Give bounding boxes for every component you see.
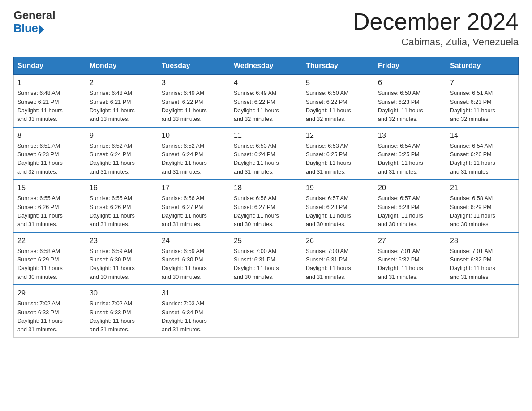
logo-general-text: General <box>13 9 55 22</box>
day-number: 7 <box>450 77 515 88</box>
calendar-cell: 18Sunrise: 6:56 AM Sunset: 6:27 PM Dayli… <box>230 180 302 232</box>
calendar-cell: 29Sunrise: 7:02 AM Sunset: 6:33 PM Dayli… <box>14 285 86 337</box>
day-number: 20 <box>378 183 442 193</box>
day-number: 8 <box>17 130 82 141</box>
day-info: Sunrise: 6:56 AM Sunset: 6:27 PM Dayligh… <box>162 194 226 229</box>
day-info: Sunrise: 6:51 AM Sunset: 6:23 PM Dayligh… <box>450 89 515 124</box>
day-number: 27 <box>378 235 442 246</box>
week-row-3: 15Sunrise: 6:55 AM Sunset: 6:26 PM Dayli… <box>14 180 519 232</box>
calendar-cell: 9Sunrise: 6:52 AM Sunset: 6:24 PM Daylig… <box>86 127 158 180</box>
day-info: Sunrise: 6:56 AM Sunset: 6:27 PM Dayligh… <box>234 194 298 229</box>
day-number: 19 <box>306 183 370 193</box>
calendar-cell: 4Sunrise: 6:49 AM Sunset: 6:22 PM Daylig… <box>230 75 302 127</box>
week-row-4: 22Sunrise: 6:58 AM Sunset: 6:29 PM Dayli… <box>14 232 519 285</box>
calendar-body: 1Sunrise: 6:48 AM Sunset: 6:21 PM Daylig… <box>14 75 519 338</box>
logo-name: General Blue <box>13 9 55 34</box>
day-number: 22 <box>17 235 82 246</box>
calendar-cell: 30Sunrise: 7:02 AM Sunset: 6:33 PM Dayli… <box>86 285 158 337</box>
day-info: Sunrise: 6:58 AM Sunset: 6:29 PM Dayligh… <box>17 247 82 282</box>
calendar-cell: 14Sunrise: 6:54 AM Sunset: 6:26 PM Dayli… <box>446 127 519 180</box>
calendar-cell: 31Sunrise: 7:03 AM Sunset: 6:34 PM Dayli… <box>158 285 230 337</box>
day-number: 5 <box>306 77 370 88</box>
calendar-subtitle: Cabimas, Zulia, Venezuela <box>353 36 519 48</box>
day-info: Sunrise: 6:49 AM Sunset: 6:22 PM Dayligh… <box>234 89 298 124</box>
day-info: Sunrise: 6:53 AM Sunset: 6:25 PM Dayligh… <box>306 142 370 177</box>
day-number: 16 <box>90 183 154 193</box>
logo: General Blue <box>13 9 55 34</box>
calendar-cell: 22Sunrise: 6:58 AM Sunset: 6:29 PM Dayli… <box>14 232 86 285</box>
day-info: Sunrise: 6:53 AM Sunset: 6:24 PM Dayligh… <box>234 142 298 177</box>
day-number: 9 <box>90 130 154 141</box>
day-header-thursday: Thursday <box>302 57 374 75</box>
day-number: 23 <box>90 235 154 246</box>
day-number: 28 <box>450 235 515 246</box>
calendar-cell: 12Sunrise: 6:53 AM Sunset: 6:25 PM Dayli… <box>302 127 374 180</box>
calendar-cell: 15Sunrise: 6:55 AM Sunset: 6:26 PM Dayli… <box>14 180 86 232</box>
day-info: Sunrise: 7:00 AM Sunset: 6:31 PM Dayligh… <box>306 247 370 282</box>
day-info: Sunrise: 6:54 AM Sunset: 6:26 PM Dayligh… <box>450 142 515 177</box>
day-info: Sunrise: 6:49 AM Sunset: 6:22 PM Dayligh… <box>162 89 226 124</box>
days-row: SundayMondayTuesdayWednesdayThursdayFrid… <box>14 57 519 75</box>
day-info: Sunrise: 6:48 AM Sunset: 6:21 PM Dayligh… <box>17 89 82 124</box>
day-header-tuesday: Tuesday <box>158 57 230 75</box>
calendar-cell: 28Sunrise: 7:01 AM Sunset: 6:32 PM Dayli… <box>446 232 519 285</box>
day-info: Sunrise: 7:01 AM Sunset: 6:32 PM Dayligh… <box>450 247 515 282</box>
day-number: 31 <box>162 288 226 299</box>
day-info: Sunrise: 6:51 AM Sunset: 6:23 PM Dayligh… <box>17 142 82 177</box>
day-info: Sunrise: 6:59 AM Sunset: 6:30 PM Dayligh… <box>162 247 226 282</box>
calendar-header: SundayMondayTuesdayWednesdayThursdayFrid… <box>14 57 519 75</box>
calendar-cell: 26Sunrise: 7:00 AM Sunset: 6:31 PM Dayli… <box>302 232 374 285</box>
page-header: General Blue December 2024 Cabimas, Zuli… <box>13 9 519 48</box>
day-number: 3 <box>162 77 226 88</box>
day-info: Sunrise: 6:48 AM Sunset: 6:21 PM Dayligh… <box>90 89 154 124</box>
calendar-cell: 27Sunrise: 7:01 AM Sunset: 6:32 PM Dayli… <box>374 232 446 285</box>
calendar-cell: 24Sunrise: 6:59 AM Sunset: 6:30 PM Dayli… <box>158 232 230 285</box>
calendar-cell: 19Sunrise: 6:57 AM Sunset: 6:28 PM Dayli… <box>302 180 374 232</box>
day-number: 2 <box>90 77 154 88</box>
day-info: Sunrise: 6:59 AM Sunset: 6:30 PM Dayligh… <box>90 247 154 282</box>
day-number: 18 <box>234 183 298 193</box>
day-info: Sunrise: 7:01 AM Sunset: 6:32 PM Dayligh… <box>378 247 442 282</box>
day-number: 14 <box>450 130 515 141</box>
calendar-cell: 25Sunrise: 7:00 AM Sunset: 6:31 PM Dayli… <box>230 232 302 285</box>
day-header-monday: Monday <box>86 57 158 75</box>
logo-blue-text: Blue <box>13 22 38 35</box>
day-number: 12 <box>306 130 370 141</box>
day-info: Sunrise: 6:57 AM Sunset: 6:28 PM Dayligh… <box>378 194 442 229</box>
day-number: 1 <box>17 77 82 88</box>
calendar-cell: 13Sunrise: 6:54 AM Sunset: 6:25 PM Dayli… <box>374 127 446 180</box>
calendar-cell: 7Sunrise: 6:51 AM Sunset: 6:23 PM Daylig… <box>446 75 519 127</box>
calendar-cell: 23Sunrise: 6:59 AM Sunset: 6:30 PM Dayli… <box>86 232 158 285</box>
day-info: Sunrise: 6:54 AM Sunset: 6:25 PM Dayligh… <box>378 142 442 177</box>
day-number: 6 <box>378 77 442 88</box>
calendar-cell: 1Sunrise: 6:48 AM Sunset: 6:21 PM Daylig… <box>14 75 86 127</box>
calendar-title: December 2024 <box>353 9 519 34</box>
day-header-saturday: Saturday <box>446 57 519 75</box>
day-info: Sunrise: 6:55 AM Sunset: 6:26 PM Dayligh… <box>17 194 82 229</box>
title-block: December 2024 Cabimas, Zulia, Venezuela <box>353 9 519 48</box>
week-row-2: 8Sunrise: 6:51 AM Sunset: 6:23 PM Daylig… <box>14 127 519 180</box>
day-info: Sunrise: 6:50 AM Sunset: 6:22 PM Dayligh… <box>306 89 370 124</box>
day-info: Sunrise: 6:57 AM Sunset: 6:28 PM Dayligh… <box>306 194 370 229</box>
calendar-cell <box>374 285 446 337</box>
day-number: 4 <box>234 77 298 88</box>
day-number: 15 <box>17 183 82 193</box>
calendar-cell <box>230 285 302 337</box>
day-number: 11 <box>234 130 298 141</box>
calendar-cell <box>446 285 519 337</box>
calendar-cell: 6Sunrise: 6:50 AM Sunset: 6:23 PM Daylig… <box>374 75 446 127</box>
day-number: 17 <box>162 183 226 193</box>
calendar-cell: 5Sunrise: 6:50 AM Sunset: 6:22 PM Daylig… <box>302 75 374 127</box>
week-row-1: 1Sunrise: 6:48 AM Sunset: 6:21 PM Daylig… <box>14 75 519 127</box>
calendar-cell <box>302 285 374 337</box>
day-number: 30 <box>90 288 154 299</box>
day-info: Sunrise: 6:55 AM Sunset: 6:26 PM Dayligh… <box>90 194 154 229</box>
day-number: 13 <box>378 130 442 141</box>
day-info: Sunrise: 7:00 AM Sunset: 6:31 PM Dayligh… <box>234 247 298 282</box>
calendar-cell: 10Sunrise: 6:52 AM Sunset: 6:24 PM Dayli… <box>158 127 230 180</box>
calendar-cell: 21Sunrise: 6:58 AM Sunset: 6:29 PM Dayli… <box>446 180 519 232</box>
day-info: Sunrise: 7:02 AM Sunset: 6:33 PM Dayligh… <box>17 300 82 334</box>
calendar-cell: 8Sunrise: 6:51 AM Sunset: 6:23 PM Daylig… <box>14 127 86 180</box>
logo-arrow-icon <box>39 24 49 34</box>
calendar-cell: 3Sunrise: 6:49 AM Sunset: 6:22 PM Daylig… <box>158 75 230 127</box>
